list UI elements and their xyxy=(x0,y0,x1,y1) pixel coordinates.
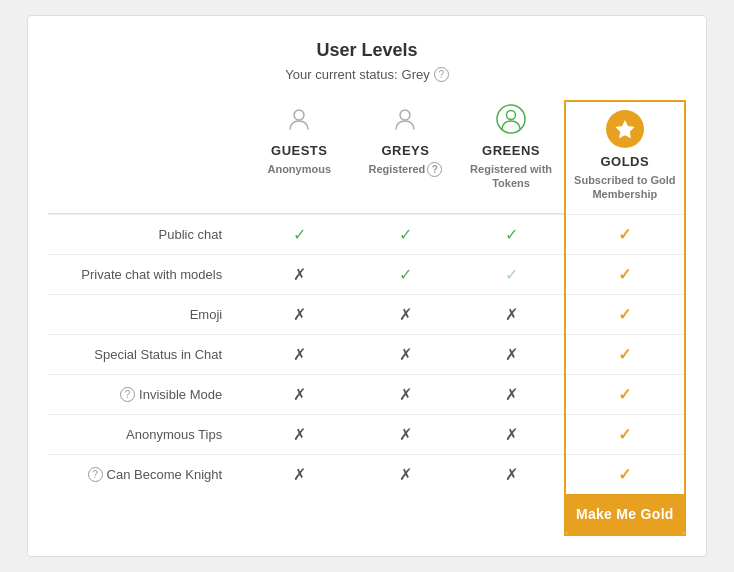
current-status-label: Your current status: xyxy=(285,67,397,82)
check-green-icon: ✓ xyxy=(505,226,518,243)
cell-golds-1: ✓ xyxy=(565,255,685,295)
check-gold-icon: ✓ xyxy=(618,306,631,323)
cell-golds-4: ✓ xyxy=(565,375,685,415)
cell-guests-4: ✗ xyxy=(246,375,352,415)
feature-row-3: Special Status in Chat✗✗✗✓ xyxy=(48,335,685,375)
guests-tier-sub: Anonymous xyxy=(267,162,331,176)
check-gold-icon: ✓ xyxy=(618,466,631,483)
cell-guests-2: ✗ xyxy=(246,295,352,335)
check-green-icon: ✓ xyxy=(399,266,412,283)
golds-footer: Make Me Gold xyxy=(565,494,685,535)
greens-tier-sub: Registered with Tokens xyxy=(462,162,559,191)
cross-icon: ✗ xyxy=(399,466,412,483)
feature-name-cell: ?Invisible Mode xyxy=(48,375,246,415)
cell-greys-4: ✗ xyxy=(352,375,458,415)
check-gold-icon: ✓ xyxy=(618,346,631,363)
cross-icon: ✗ xyxy=(505,426,518,443)
cell-greys-2: ✗ xyxy=(352,295,458,335)
cross-icon: ✗ xyxy=(293,306,306,323)
tier-greens-header: GREENS Registered with Tokens xyxy=(458,101,564,214)
feature-name-cell: Public chat xyxy=(48,215,246,255)
cell-greens-1: ✓ xyxy=(458,255,564,295)
check-light-icon: ✓ xyxy=(505,266,518,283)
cell-golds-0: ✓ xyxy=(565,215,685,255)
cross-icon: ✗ xyxy=(399,346,412,363)
tier-guests-header: GUESTS Anonymous xyxy=(246,101,352,214)
cell-guests-0: ✓ xyxy=(246,215,352,255)
cell-golds-3: ✓ xyxy=(565,335,685,375)
check-green-icon: ✓ xyxy=(399,226,412,243)
cross-icon: ✗ xyxy=(505,346,518,363)
feature-label: Special Status in Chat xyxy=(94,347,222,362)
cross-icon: ✗ xyxy=(293,346,306,363)
feature-label: Emoji xyxy=(190,307,223,322)
feature-label: Private chat with models xyxy=(81,267,222,282)
cross-icon: ✗ xyxy=(505,466,518,483)
feature-label: Anonymous Tips xyxy=(126,427,222,442)
current-status-value: Grey xyxy=(402,67,430,82)
check-gold-icon: ✓ xyxy=(618,226,631,243)
cell-greens-2: ✗ xyxy=(458,295,564,335)
feature-name-cell: Special Status in Chat xyxy=(48,335,246,375)
feature-label: Can Become Knight xyxy=(107,467,223,482)
user-levels-card: User Levels Your current status: Grey ? xyxy=(27,15,707,557)
golds-tier-sub: Subscribed to GoldMembership xyxy=(574,173,675,202)
cell-greys-6: ✗ xyxy=(352,455,458,495)
feature-row-2: Emoji✗✗✗✓ xyxy=(48,295,685,335)
check-gold-icon: ✓ xyxy=(618,426,631,443)
cross-icon: ✗ xyxy=(399,306,412,323)
feature-name-cell: Emoji xyxy=(48,295,246,335)
cell-greys-1: ✓ xyxy=(352,255,458,295)
cross-icon: ✗ xyxy=(399,386,412,403)
feature-row-0: Public chat✓✓✓✓ xyxy=(48,215,685,255)
cell-greys-5: ✗ xyxy=(352,415,458,455)
golds-tier-name: GOLDS xyxy=(600,154,649,169)
cell-guests-1: ✗ xyxy=(246,255,352,295)
greys-help-icon[interactable]: ? xyxy=(427,162,442,177)
feature-label: Invisible Mode xyxy=(139,387,222,402)
cell-golds-5: ✓ xyxy=(565,415,685,455)
feature-row-6: ?Can Become Knight✗✗✗✓ xyxy=(48,455,685,495)
cell-guests-6: ✗ xyxy=(246,455,352,495)
feature-row-5: Anonymous Tips✗✗✗✓ xyxy=(48,415,685,455)
cta-row: Make Me Gold xyxy=(48,494,685,535)
svg-point-0 xyxy=(294,110,304,120)
cross-icon: ✗ xyxy=(293,466,306,483)
guests-tier-name: GUESTS xyxy=(271,143,327,158)
svg-marker-4 xyxy=(615,120,634,138)
check-gold-icon: ✓ xyxy=(618,386,631,403)
svg-point-3 xyxy=(507,110,516,119)
greens-tier-name: GREENS xyxy=(482,143,540,158)
feature-help-icon[interactable]: ? xyxy=(120,387,135,402)
cell-golds-6: ✓ xyxy=(565,455,685,495)
comparison-table: GUESTS Anonymous xyxy=(48,100,686,536)
greys-tier-sub: Registered ? xyxy=(368,162,442,177)
feature-name-cell: Anonymous Tips xyxy=(48,415,246,455)
cross-icon: ✗ xyxy=(505,306,518,323)
svg-point-1 xyxy=(400,110,410,120)
cell-greens-5: ✗ xyxy=(458,415,564,455)
cross-icon: ✗ xyxy=(293,386,306,403)
feature-row-4: ?Invisible Mode✗✗✗✓ xyxy=(48,375,685,415)
tier-greys-header: GREYS Registered ? xyxy=(352,101,458,214)
feature-name-cell: Private chat with models xyxy=(48,255,246,295)
status-help-icon[interactable]: ? xyxy=(434,67,449,82)
check-green-icon: ✓ xyxy=(293,226,306,243)
cell-greens-3: ✗ xyxy=(458,335,564,375)
feature-help-icon[interactable]: ? xyxy=(88,467,103,482)
current-status: Your current status: Grey ? xyxy=(48,67,686,82)
feature-row-1: Private chat with models✗✓✓✓ xyxy=(48,255,685,295)
cell-greys-3: ✗ xyxy=(352,335,458,375)
greys-tier-name: GREYS xyxy=(381,143,429,158)
cell-golds-2: ✓ xyxy=(565,295,685,335)
cross-icon: ✗ xyxy=(293,266,306,283)
make-me-gold-button[interactable]: Make Me Gold xyxy=(566,494,684,534)
cell-greens-0: ✓ xyxy=(458,215,564,255)
page-title: User Levels xyxy=(48,40,686,61)
cell-greens-6: ✗ xyxy=(458,455,564,495)
tier-golds-header: GOLDS Subscribed to GoldMembership xyxy=(565,101,685,214)
cross-icon: ✗ xyxy=(399,426,412,443)
feature-label: Public chat xyxy=(159,227,223,242)
cross-icon: ✗ xyxy=(505,386,518,403)
feature-col-header xyxy=(48,101,246,214)
